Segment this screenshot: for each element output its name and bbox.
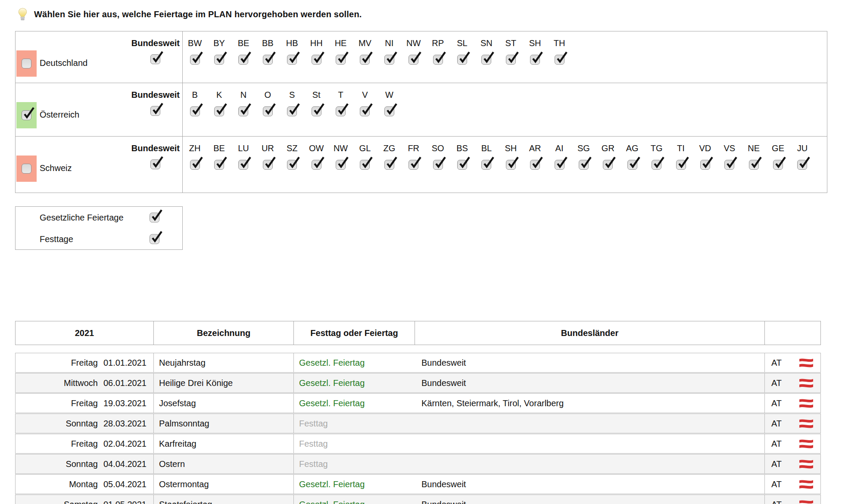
state-checkbox--sterreich-O[interactable] <box>263 106 273 116</box>
state-checkbox-schweiz-AR[interactable] <box>530 160 540 170</box>
bundesweit-checkbox-deutschland[interactable] <box>150 54 160 64</box>
holiday-type-cell: Gesetzl. Feiertag <box>294 353 415 372</box>
state-checkbox-schweiz-GE[interactable] <box>773 160 783 170</box>
filter-checkbox-gesetzliche-feiertage[interactable] <box>150 213 159 223</box>
bundesweit-checkbox--sterreich[interactable] <box>150 106 160 116</box>
state-checkbox-deutschland-NI[interactable] <box>384 55 394 65</box>
state-checkbox-schweiz-ZH[interactable] <box>190 160 200 170</box>
state-label: SL <box>457 38 467 48</box>
filter-checkbox-festtage[interactable] <box>150 234 159 244</box>
state-checkbox-schweiz-SZ[interactable] <box>287 160 297 170</box>
holiday-name-cell: Staatsfeiertag <box>154 495 294 504</box>
state-checkbox-deutschland-SN[interactable] <box>481 55 491 65</box>
state-checkbox--sterreich-B[interactable] <box>190 106 200 116</box>
holiday-row[interactable]: Sonntag 04.04.2021 Ostern Festtag AT <box>15 454 821 474</box>
state-checkbox-schweiz-GR[interactable] <box>603 160 613 170</box>
state-checkbox--sterreich-K[interactable] <box>214 106 224 116</box>
state-column-schweiz-UR: UR <box>256 143 280 193</box>
state-checkbox-schweiz-TG[interactable] <box>652 160 661 170</box>
state-checkbox-schweiz-ZG[interactable] <box>384 160 394 170</box>
state-checkbox--sterreich-T[interactable] <box>336 106 346 116</box>
holiday-row[interactable]: Freitag 01.01.2021 Neujahrstag Gesetzl. … <box>15 353 821 373</box>
state-column-schweiz-SZ: SZ <box>280 143 304 193</box>
state-checkbox-schweiz-OW[interactable] <box>312 160 321 170</box>
country-color-box <box>16 156 37 182</box>
state-checkbox-schweiz-BS[interactable] <box>457 160 467 170</box>
checkmark-icon <box>554 50 569 65</box>
state-checkbox--sterreich-St[interactable] <box>312 106 321 116</box>
state-checkbox-deutschland-ST[interactable] <box>506 55 516 65</box>
state-checkbox-deutschland-BB[interactable] <box>263 55 273 65</box>
state-checkbox-deutschland-RP[interactable] <box>433 55 443 65</box>
state-label: JU <box>797 143 808 153</box>
state-checkbox-deutschland-HB[interactable] <box>287 55 297 65</box>
state-checkbox-schweiz-TI[interactable] <box>676 160 686 170</box>
state-checkbox-schweiz-SG[interactable] <box>579 160 589 170</box>
state-column-schweiz-GR: GR <box>596 143 620 193</box>
checkmark-icon <box>481 156 496 170</box>
state-checkbox-deutschland-HH[interactable] <box>312 55 321 65</box>
state-checkbox-schweiz-SO[interactable] <box>433 160 443 170</box>
state-column-schweiz-VD: VD <box>693 143 717 193</box>
state-column-deutschland-NW: NW <box>402 38 426 83</box>
country-cell: AT <box>765 475 820 494</box>
state-checkbox-schweiz-NE[interactable] <box>749 160 759 170</box>
column-header-empty <box>765 321 820 345</box>
checkmark-icon <box>214 102 228 117</box>
state-checkbox--sterreich-V[interactable] <box>360 106 370 116</box>
state-checkbox-deutschland-BY[interactable] <box>214 55 224 65</box>
state-checkbox-schweiz-GL[interactable] <box>360 160 370 170</box>
state-label: BL <box>481 143 492 153</box>
state-checkbox-schweiz-JU[interactable] <box>797 160 807 170</box>
checkmark-icon <box>214 156 228 170</box>
state-checkbox--sterreich-N[interactable] <box>238 106 248 116</box>
state-label: ST <box>505 38 516 48</box>
state-checkbox-schweiz-SH[interactable] <box>506 160 516 170</box>
holiday-row[interactable]: Sonntag 28.03.2021 Palmsonntag Festtag A… <box>15 414 821 433</box>
holiday-row[interactable]: Samstag 01.05.2021 Staatsfeiertag Gesetz… <box>15 495 821 504</box>
state-checkbox-schweiz-AG[interactable] <box>627 160 637 170</box>
country-checkbox-deutschland[interactable] <box>22 59 31 68</box>
column-header-bezeichnung: Bezeichnung <box>154 321 294 345</box>
instruction-header: Wählen Sie hier aus, welche Feiertage im… <box>17 8 362 21</box>
state-checkbox-schweiz-BE[interactable] <box>214 160 224 170</box>
state-checkbox-schweiz-FR[interactable] <box>409 160 418 170</box>
state-checkbox-schweiz-LU[interactable] <box>238 160 248 170</box>
state-checkbox-schweiz-VD[interactable] <box>700 160 710 170</box>
state-checkbox-schweiz-BL[interactable] <box>481 160 491 170</box>
country-checkbox-schweiz[interactable] <box>22 164 31 174</box>
state-checkbox-deutschland-HE[interactable] <box>336 55 346 65</box>
state-column-schweiz-AR: AR <box>523 143 547 193</box>
checkmark-icon <box>797 156 811 170</box>
state-checkbox-deutschland-NW[interactable] <box>409 55 418 65</box>
holiday-row[interactable]: Freitag 02.04.2021 Karfreitag Festtag AT <box>15 434 821 454</box>
state-checkbox-deutschland-BE[interactable] <box>238 55 248 65</box>
date-text: 05.04.2021 <box>103 479 147 489</box>
holiday-type-filter-box: Gesetzliche Feiertage Festtage <box>15 206 183 250</box>
state-checkbox-deutschland-BW[interactable] <box>190 55 200 65</box>
weekday-text: Sonntag <box>65 459 98 469</box>
state-column-schweiz-LU: LU <box>231 143 256 193</box>
state-label: AG <box>626 143 639 153</box>
state-checkbox-schweiz-NW[interactable] <box>336 160 346 170</box>
state-checkbox--sterreich-S[interactable] <box>287 106 297 116</box>
state-checkbox-schweiz-AI[interactable] <box>555 160 564 170</box>
weekday-text: Mittwoch <box>64 378 98 388</box>
state-checkbox-deutschland-MV[interactable] <box>360 55 370 65</box>
state-checkbox-schweiz-UR[interactable] <box>263 160 273 170</box>
state-checkbox-deutschland-SH[interactable] <box>530 55 540 65</box>
austria-flag-icon <box>798 357 814 369</box>
bundesweit-checkbox-schweiz[interactable] <box>150 159 160 169</box>
state-checkbox-deutschland-SL[interactable] <box>457 55 467 65</box>
state-checkbox-schweiz-VS[interactable] <box>724 160 734 170</box>
date-cell: Freitag 02.04.2021 <box>16 434 154 453</box>
holiday-row[interactable]: Mittwoch 06.01.2021 Heilige Drei Könige … <box>15 373 821 393</box>
holiday-row[interactable]: Montag 05.04.2021 Ostermontag Gesetzl. F… <box>15 474 821 494</box>
state-checkbox--sterreich-W[interactable] <box>384 106 394 116</box>
state-label: AR <box>529 143 541 153</box>
state-label: SO <box>432 143 444 153</box>
holiday-row[interactable]: Freitag 19.03.2021 Josefstag Gesetzl. Fe… <box>15 393 821 413</box>
state-checkbox-deutschland-TH[interactable] <box>555 55 564 65</box>
country-checkbox--sterreich[interactable] <box>22 110 31 120</box>
checkmark-icon <box>359 156 374 170</box>
